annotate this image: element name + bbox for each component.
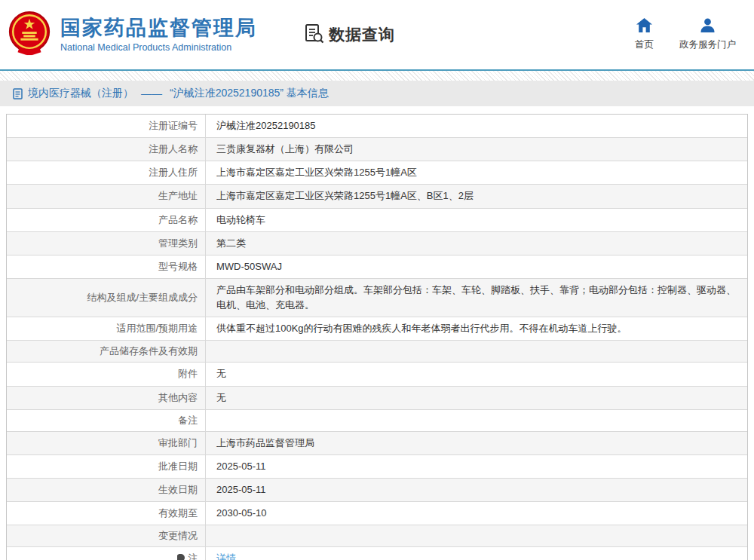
row-label: 有效期至 [7, 502, 206, 525]
row-label-text: 产品名称 [158, 213, 198, 227]
row-value-text: 第二类 [216, 236, 246, 251]
home-icon [636, 18, 652, 35]
row-value-text: 2025-05-11 [216, 482, 266, 497]
row-label: 附件 [7, 363, 206, 385]
row-value: MWD-50SWAJ [206, 256, 747, 278]
table-row: 产品名称电动轮椅车 [7, 209, 747, 232]
row-label-text: 型号规格 [158, 260, 198, 274]
row-value-text: 上海市嘉定区嘉定工业区兴荣路1255号1幢A区、B区1、2层 [216, 188, 474, 203]
row-value: 产品由车架部分和电动部分组成。车架部分包括：车架、车轮、脚踏板、扶手、靠背；电动… [206, 279, 747, 317]
hatched-divider [0, 71, 754, 81]
row-label: 注册人住所 [7, 161, 206, 184]
row-label-text: 变更情况 [158, 529, 198, 543]
row-label-text: 结构及组成/主要组成成分 [87, 291, 198, 304]
row-value: 电动轮椅车 [206, 209, 747, 231]
row-label-text: 注册证编号 [149, 119, 198, 133]
site-title-block: 国家药品监督管理局 National Medical Products Admi… [60, 17, 257, 53]
row-label-text: 批准日期 [158, 460, 198, 473]
row-value: 2025-05-11 [206, 479, 747, 501]
row-value-text: 2030-05-10 [216, 506, 267, 521]
table-row: 附件无 [7, 363, 747, 386]
breadcrumb-detail: “沪械注准20252190185” 基本信息 [170, 87, 329, 100]
table-row: 其他内容无 [7, 387, 747, 410]
page-header: 国家药品监督管理局 National Medical Products Admi… [0, 0, 754, 69]
row-label: 批准日期 [7, 455, 206, 478]
data-query-section[interactable]: 数据查询 [304, 23, 395, 47]
row-label: 注册人名称 [7, 138, 206, 161]
table-row: 适用范围/预期用途供体重不超过100Kg的行动有困难的残疾人和年老体弱者出行代步… [7, 317, 747, 341]
row-value-text: 上海市嘉定区嘉定工业区兴荣路1255号1幢A区 [216, 165, 417, 180]
row-value: 2030-05-10 [206, 502, 747, 525]
nav-home-label: 首页 [635, 38, 654, 51]
table-row: 注册人名称三贵康复器材（上海）有限公司 [7, 138, 747, 161]
row-label-text: 备注 [178, 414, 198, 427]
header-nav: 首页 政务服务门户 [635, 18, 743, 51]
row-value: 2025-05-11 [206, 455, 747, 478]
row-label: 审批部门 [7, 432, 206, 454]
row-label: 产品名称 [7, 209, 206, 231]
row-value: 上海市药品监督管理局 [206, 432, 747, 454]
data-query-label: 数据查询 [329, 24, 395, 45]
note-balloon-icon [177, 554, 185, 560]
row-label-text: 其他内容 [158, 391, 198, 405]
table-row: 生产地址上海市嘉定区嘉定工业区兴荣路1255号1幢A区、B区1、2层 [7, 185, 747, 208]
row-label-text: 有效期至 [158, 506, 198, 520]
row-label: 管理类别 [7, 232, 206, 255]
table-row: 注详情 [7, 547, 747, 560]
row-value: 第二类 [206, 232, 747, 255]
detail-link[interactable]: 详情 [216, 551, 236, 560]
nav-portal[interactable]: 政务服务门户 [679, 18, 736, 51]
table-row: 注册证编号沪械注准20252190185 [7, 115, 747, 138]
row-value [206, 341, 747, 362]
site-title: 国家药品监督管理局 [60, 17, 257, 40]
row-value [206, 410, 747, 431]
row-label: 备注 [7, 410, 206, 431]
table-row: 有效期至2030-05-10 [7, 502, 747, 525]
row-label: 注 [7, 547, 206, 560]
row-label: 变更情况 [7, 525, 206, 546]
document-search-icon [304, 23, 324, 47]
row-label: 适用范围/预期用途 [7, 317, 206, 340]
row-label-text: 生效日期 [158, 483, 198, 497]
nav-portal-label: 政务服务门户 [679, 38, 736, 51]
row-label-text: 适用范围/预期用途 [116, 322, 198, 335]
nav-home[interactable]: 首页 [635, 18, 654, 51]
row-label-text: 注册人名称 [149, 142, 198, 156]
row-value [206, 525, 747, 546]
row-label: 生产地址 [7, 185, 206, 207]
row-label: 其他内容 [7, 387, 206, 409]
table-row: 审批部门上海市药品监督管理局 [7, 432, 747, 455]
row-value-text: 沪械注准20252190185 [216, 118, 316, 133]
table-row: 结构及组成/主要组成成分产品由车架部分和电动部分组成。车架部分包括：车架、车轮、… [7, 279, 747, 317]
breadcrumb-category[interactable]: 境内医疗器械（注册） [28, 87, 133, 100]
row-label-text: 注 [188, 552, 198, 560]
table-row: 产品储存条件及有效期 [7, 341, 747, 363]
table-row: 备注 [7, 410, 747, 432]
user-icon [700, 18, 715, 35]
site-logo[interactable]: 国家药品监督管理局 National Medical Products Admi… [6, 10, 257, 60]
row-value: 上海市嘉定区嘉定工业区兴荣路1255号1幢A区 [206, 161, 747, 184]
row-value: 三贵康复器材（上海）有限公司 [206, 138, 747, 161]
row-value-text: MWD-50SWAJ [216, 259, 282, 274]
site-subtitle: National Medical Products Administration [60, 42, 257, 53]
row-value-text: 上海市药品监督管理局 [216, 436, 314, 451]
row-label: 型号规格 [7, 256, 206, 278]
breadcrumb: 境内医疗器械（注册） —— “沪械注准20252190185” 基本信息 [0, 81, 754, 106]
row-value: 上海市嘉定区嘉定工业区兴荣路1255号1幢A区、B区1、2层 [206, 185, 747, 207]
row-label: 产品储存条件及有效期 [7, 341, 206, 362]
row-label-text: 审批部门 [158, 436, 198, 450]
table-row: 型号规格MWD-50SWAJ [7, 256, 747, 279]
row-value-text: 三贵康复器材（上海）有限公司 [216, 142, 354, 157]
row-value: 无 [206, 363, 747, 385]
row-value: 无 [206, 387, 747, 409]
row-value-text: 无 [216, 366, 226, 381]
row-label-text: 产品储存条件及有效期 [100, 344, 198, 358]
row-label-text: 生产地址 [158, 189, 198, 203]
row-label-text: 管理类别 [158, 237, 198, 250]
row-label: 结构及组成/主要组成成分 [7, 279, 206, 317]
row-value-text: 无 [216, 390, 226, 405]
document-icon [13, 88, 23, 99]
table-row: 批准日期2025-05-11 [7, 455, 747, 479]
row-value: 供体重不超过100Kg的行动有困难的残疾人和年老体弱者出行代步用。不得在机动车道… [206, 317, 747, 340]
info-table: 注册证编号沪械注准20252190185注册人名称三贵康复器材（上海）有限公司注… [6, 114, 748, 560]
